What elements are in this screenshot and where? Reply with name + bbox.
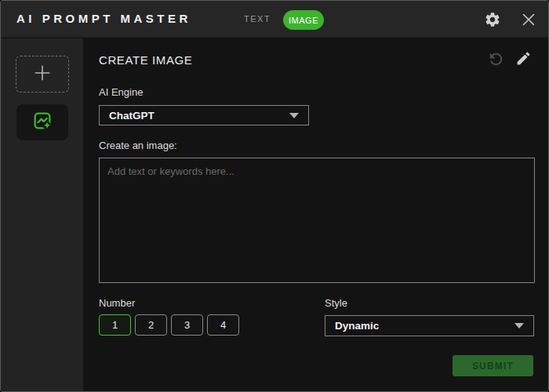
style-select-value: Dynamic	[335, 320, 379, 332]
prompt-label: Create an image:	[99, 140, 177, 151]
sidebar	[1, 38, 83, 391]
image-sparkle-icon	[31, 110, 53, 135]
number-button-1[interactable]: 1	[99, 314, 131, 336]
app-title: AI PROMPT MASTER	[16, 12, 191, 25]
submit-button[interactable]: SUBMIT	[453, 355, 533, 376]
undo-icon[interactable]	[487, 50, 505, 68]
engine-select-value: ChatGPT	[109, 110, 155, 122]
add-image-slot-button[interactable]	[16, 56, 69, 93]
plus-icon	[32, 63, 53, 86]
engine-select[interactable]: ChatGPT	[99, 105, 309, 125]
style-label: Style	[325, 297, 347, 309]
style-select[interactable]: Dynamic	[325, 315, 534, 336]
image-slot-button-active[interactable]	[16, 104, 68, 140]
tab-image[interactable]: IMAGE	[283, 10, 324, 30]
pencil-icon[interactable]	[515, 50, 533, 68]
number-label: Number	[99, 297, 135, 309]
number-button-4[interactable]: 4	[207, 314, 239, 336]
titlebar: AI PROMPT MASTER TEXT IMAGE	[1, 1, 548, 38]
prompt-input[interactable]	[99, 158, 535, 283]
engine-label: AI Engine	[99, 86, 143, 98]
header-icons	[487, 50, 533, 68]
app-window: AI PROMPT MASTER TEXT IMAGE	[0, 0, 549, 392]
number-button-2[interactable]: 2	[135, 314, 167, 336]
close-icon[interactable]	[520, 11, 537, 28]
page-title: CREATE IMAGE	[99, 53, 192, 67]
chevron-down-icon	[289, 113, 299, 118]
number-button-group: 1 2 3 4	[99, 314, 239, 336]
number-button-3[interactable]: 3	[171, 314, 203, 336]
tab-text[interactable]: TEXT	[238, 10, 277, 27]
main-panel: CREATE IMAGE AI Engine ChatGPT Create an…	[83, 38, 548, 391]
gear-icon[interactable]	[484, 11, 501, 28]
chevron-down-icon	[514, 323, 524, 328]
